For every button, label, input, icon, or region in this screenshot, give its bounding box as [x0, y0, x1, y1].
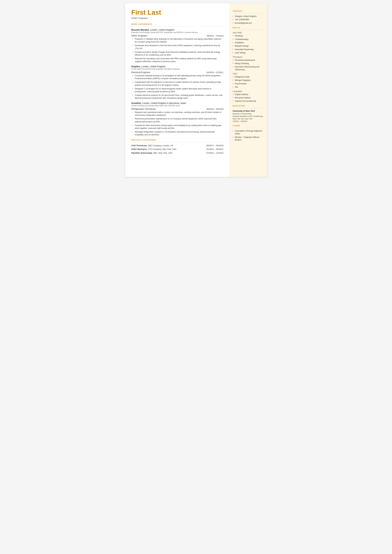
job-dates-1: 08/2021 – Present [207, 35, 223, 37]
prev-exp-bold-2: HVAC Mechanic, [131, 148, 147, 150]
contact-email: first.last@gmail.com [233, 22, 264, 24]
resume-container: First Last HVAC Engineer WORK EXPERIENCE… [125, 3, 267, 177]
prev-exp-rest-2: XYZ Company, New York, USA [147, 148, 176, 150]
prev-exp-row-1: CAD Technician, ABC Company, London, UK … [131, 144, 224, 147]
edu-location-1: New York City, New York [233, 118, 264, 120]
contact-divider [233, 13, 264, 14]
work-experience-divider [131, 26, 224, 27]
other-items-block: Association of Energy Engineers (AEE). M… [233, 130, 264, 141]
prev-exp-dates-2: 01/2016 – 05/2017 [206, 148, 223, 151]
tool-4: Awl [233, 86, 264, 88]
tool-1: Refrigerant Scale [233, 76, 264, 78]
employer-name-row-1: Resume Worded, London, United Kingdom [131, 28, 224, 31]
employer-block-3: Growthsi, London, United Kingdom & Barce… [131, 102, 224, 136]
prev-exp-rest-1: ABC Company, London, UK [147, 144, 173, 147]
hard-skill-4: Blueprint Design [233, 45, 264, 47]
hard-skill-5: Assembly Sequencing [233, 48, 264, 51]
candidate-title: HVAC Engineer [131, 17, 224, 19]
main-column: First Last HVAC Engineer WORK EXPERIENCE… [125, 3, 229, 177]
prev-exp-left-1: CAD Technician, ABC Company, London, UK [131, 144, 203, 147]
prev-exp-rest-3: ABC, New York, USA [153, 152, 173, 154]
contact-phone: +44 1234567890 [233, 18, 264, 21]
language-2: Romanian (Native) [233, 97, 264, 99]
prev-exp-row-3: Pipefitter (Internship), ABC, New York, … [131, 152, 224, 154]
employer-name-3: Growthsi, [131, 102, 142, 104]
employer-name-1: Resume Worded, [131, 28, 149, 31]
edu-degree-1: Bachelor of Technology [233, 112, 264, 115]
employer-location-3: London, United Kingdom & Barcelona, Spai… [142, 102, 186, 104]
education-entry-1: University of New York Bachelor of Techn… [233, 110, 264, 123]
bullet-2-4: Created electrical systems for 29 new pr… [132, 94, 224, 99]
other-header: OTHER [233, 125, 264, 127]
languages-label: Languages: [233, 90, 264, 92]
job-row-1: HVAC Engineer 08/2021 – Present [131, 35, 224, 37]
sidebar: CONTACT Glasgow, United Kingdom +44 1234… [229, 3, 267, 177]
bullet-1-4: Reduced the operating costs associated w… [132, 57, 224, 63]
other-item-2: Member – Engineers Without Borders. [233, 136, 264, 141]
prev-exp-left-3: Pipefitter (Internship), ABC, New York, … [131, 152, 203, 154]
bullet-3-3: Assisted 32 other technicians during rep… [132, 124, 224, 130]
languages-list: English (Native) Romanian (Native) Spani… [233, 93, 264, 103]
job-title-2: Electrical Engineer [131, 71, 150, 74]
job-title-1: HVAC Engineer [131, 35, 147, 37]
employer-location-1: London, United Kingdom [150, 28, 174, 31]
edu-school-1: University of New York [233, 110, 264, 112]
employer-name-2: Polyhire, [131, 65, 141, 68]
skills-header: SKILLS [233, 27, 264, 28]
prev-exp-dates-3: 07/2014 – 12/2015 [206, 152, 223, 154]
employer-name-row-2: Polyhire, London, United Kingdom [131, 65, 224, 68]
bullet-1-1: Prepared 17 detailed office drawings for… [132, 38, 224, 43]
employer-desc-1: Education technology startup with 50+ em… [131, 31, 224, 34]
hard-skill-2: Troubleshooting [233, 38, 264, 41]
prev-exp-dates-1: 06/2017 – 05/2018 [206, 144, 223, 147]
prev-exp-bold-3: Pipefitter (Internship), [131, 152, 153, 154]
education-divider [233, 108, 264, 108]
tool-2: Nitrogen Regulator [233, 79, 264, 82]
language-3: Spanish (Conversational) [233, 100, 264, 103]
hard-skill-6: Leak Testing [233, 51, 264, 54]
technique-1: Preventive Maintenance [233, 59, 264, 62]
job-title-3: Refrigeration Technician [131, 108, 156, 110]
tools-list: Refrigerant Scale Nitrogen Regulator Psy… [233, 76, 264, 89]
bullet-2-2: Collaborated with 29 engineers on the te… [132, 81, 224, 86]
other-item-1: Association of Energy Engineers (AEE). [233, 130, 264, 135]
job-row-2: Electrical Engineer 10/2019 – 07/2021 [131, 71, 224, 74]
technique-2: Piping & Brazing [233, 62, 264, 65]
employer-location-2: London, United Kingdom [141, 65, 166, 68]
previous-experience-table: CAD Technician, ABC Company, London, UK … [131, 144, 224, 154]
techniques-label: Techniques: [233, 56, 264, 58]
bullet-list-2: Conducted reliability testing on 32 prot… [132, 74, 224, 99]
hard-skill-3: Installation [233, 41, 264, 44]
employer-name-row-3: Growthsi, London, United Kingdom & Barce… [131, 102, 224, 105]
contact-list: Glasgow, United Kingdom +44 1234567890 f… [233, 15, 264, 24]
edu-dates-1: 10/2011 - 06/2014 [233, 120, 264, 123]
employer-block-2: Polyhire, London, United Kingdom NYSE-li… [131, 65, 224, 99]
job-dates-2: 10/2019 – 07/2021 [206, 71, 223, 74]
bullet-list-3: Repaired and maintained walk-in coolers,… [132, 111, 224, 136]
contact-header: CONTACT [233, 10, 264, 12]
bullet-3-4: Managed refrigeration systems in 16 indu… [132, 130, 224, 136]
prev-exp-bold-1: CAD Technician, [131, 144, 147, 147]
language-1: English (Native) [233, 93, 264, 96]
hard-skills-label: Hard Skills: [233, 32, 264, 34]
techniques-list: Preventive Maintenance Piping & Brazing … [233, 59, 264, 71]
bullet-1-3: Created innovative design changes that i… [132, 51, 224, 56]
candidate-name: First Last [131, 9, 224, 16]
hard-skill-1: Plumbing [233, 35, 264, 37]
tool-3: Psychrometer [233, 83, 264, 85]
bullet-list-1: Prepared 17 detailed office drawings for… [132, 38, 224, 63]
employer-block-1: Resume Worded, London, United Kingdom Ed… [131, 28, 224, 63]
bullet-3-1: Repaired and maintained walk-in coolers,… [132, 111, 224, 117]
bullet-2-3: Designed 17 prototypes for an electromag… [132, 87, 224, 93]
hard-skills-list: Plumbing Troubleshooting Installation Bl… [233, 35, 264, 54]
technique-3: Geometric Dimensioning and Tolerancing [233, 66, 264, 71]
employer-desc-2: NYSE-listed recruitment and employer bra… [131, 68, 224, 70]
bullet-3-2: Performed preventative maintenance on 22… [132, 117, 224, 123]
tools-label: Tools: [233, 73, 264, 75]
job-row-3: Refrigeration Technician 06/2018 – 09/20… [131, 108, 224, 110]
bullet-1-2: Developed and introduced a new tool that… [132, 44, 224, 50]
education-header: EDUCATION [233, 105, 264, 107]
previous-experience-header: PREVIOUS EXPERIENCE [131, 139, 224, 141]
prev-exp-row-2: HVAC Mechanic, XYZ Company, New York, US… [131, 148, 224, 151]
bullet-2-1: Conducted reliability testing on 32 prot… [132, 74, 224, 80]
